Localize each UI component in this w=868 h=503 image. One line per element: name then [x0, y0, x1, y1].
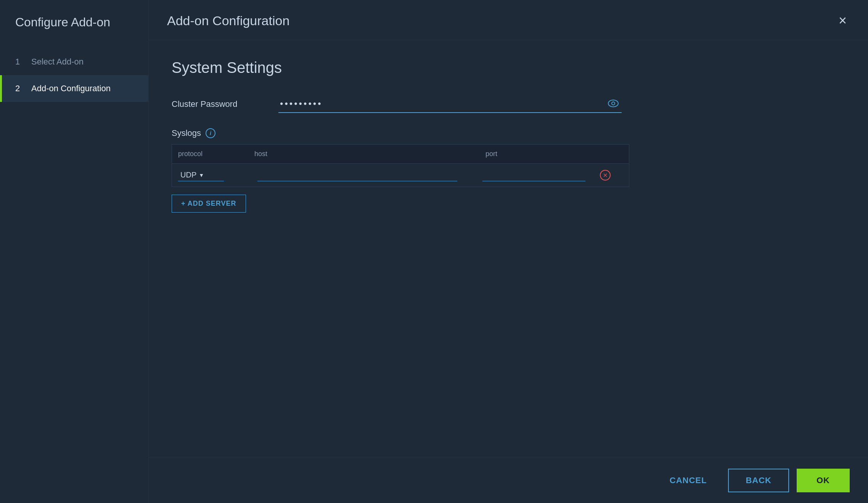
- add-server-button[interactable]: + ADD SERVER: [172, 195, 246, 213]
- protocol-cell: UDP ▼: [178, 169, 254, 181]
- syslogs-info-icon[interactable]: i: [206, 128, 215, 138]
- ok-button[interactable]: OK: [797, 469, 850, 492]
- table-header-row: protocol host port: [172, 145, 629, 164]
- password-wrapper: [278, 95, 622, 113]
- sidebar-title: Configure Add-on: [0, 15, 148, 48]
- dialog-footer: CANCEL BACK OK: [149, 458, 868, 503]
- svg-point-0: [608, 100, 618, 107]
- syslogs-label: Syslogs: [172, 128, 201, 138]
- svg-point-1: [612, 102, 615, 105]
- dialog-title: Add-on Configuration: [167, 13, 289, 28]
- protocol-value: UDP: [180, 171, 196, 179]
- port-cell: [482, 169, 597, 181]
- cluster-password-input[interactable]: [278, 95, 622, 113]
- back-button[interactable]: BACK: [728, 469, 789, 492]
- host-input[interactable]: [257, 169, 457, 181]
- content-area: System Settings Cluster Password Syslogs…: [149, 40, 868, 458]
- table-row: UDP ▼ ×: [172, 164, 629, 187]
- step-2-number: 2: [15, 84, 24, 94]
- section-title: System Settings: [172, 59, 845, 76]
- cancel-button[interactable]: CANCEL: [656, 469, 721, 492]
- dialog-header: Add-on Configuration ×: [149, 0, 868, 40]
- syslogs-header: Syslogs i: [172, 128, 845, 138]
- step-1-number: 1: [15, 57, 24, 67]
- step-2-label: Add-on Configuration: [31, 84, 111, 94]
- col-protocol: protocol: [178, 150, 254, 158]
- sidebar-step-1[interactable]: 1 Select Add-on: [0, 48, 148, 75]
- remove-circle-icon: ×: [600, 170, 611, 181]
- cluster-password-label: Cluster Password: [172, 99, 278, 109]
- sidebar: Configure Add-on 1 Select Add-on 2 Add-o…: [0, 0, 149, 503]
- col-port: port: [485, 150, 600, 158]
- col-actions: [600, 150, 623, 158]
- close-button[interactable]: ×: [836, 12, 850, 29]
- col-host: host: [254, 150, 485, 158]
- protocol-dropdown[interactable]: UDP ▼: [178, 169, 224, 181]
- host-cell: [257, 169, 479, 181]
- sidebar-step-2[interactable]: 2 Add-on Configuration: [0, 75, 148, 102]
- remove-cell: ×: [600, 170, 623, 181]
- remove-row-button[interactable]: ×: [600, 170, 611, 181]
- toggle-password-icon[interactable]: [608, 99, 619, 110]
- cluster-password-row: Cluster Password: [172, 95, 845, 113]
- step-1-label: Select Add-on: [31, 57, 84, 67]
- main-panel: Add-on Configuration × System Settings C…: [149, 0, 868, 503]
- syslogs-section: Syslogs i protocol host port UDP: [172, 128, 845, 213]
- port-input[interactable]: [482, 169, 585, 181]
- syslogs-table: protocol host port UDP ▼: [172, 144, 629, 187]
- chevron-down-icon: ▼: [199, 172, 204, 178]
